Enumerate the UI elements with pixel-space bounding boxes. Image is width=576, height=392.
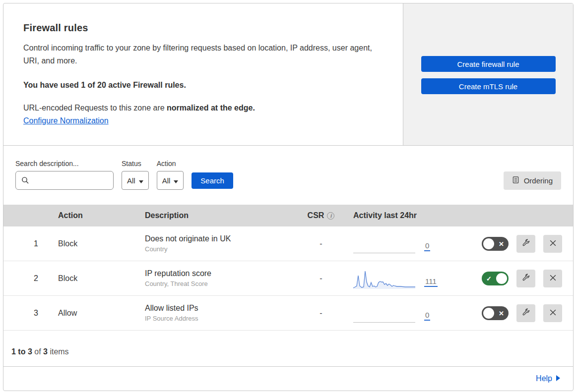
rule-description-cell: Allow listed IPs IP Source Address bbox=[135, 304, 299, 322]
ordering-button-label: Ordering bbox=[524, 176, 553, 185]
search-icon bbox=[21, 176, 29, 186]
ordering-button[interactable]: Ordering bbox=[504, 171, 561, 190]
activity-sparkline-empty bbox=[353, 304, 415, 323]
rule-action: Block bbox=[48, 239, 135, 248]
header-section: Firewall rules Control incoming traffic … bbox=[3, 3, 573, 146]
toggle-knob bbox=[496, 273, 507, 284]
action-filter-group: Action All bbox=[157, 160, 184, 190]
edit-rule-button[interactable] bbox=[516, 235, 535, 253]
close-icon bbox=[549, 274, 557, 283]
delete-rule-button[interactable] bbox=[543, 235, 562, 253]
configure-normalization-link[interactable]: Configure Normalization bbox=[23, 116, 109, 125]
ordered-list-icon bbox=[512, 176, 519, 185]
rule-activity-cell: 0 bbox=[343, 304, 460, 323]
rule-description-cell: Does not originate in UK Country bbox=[135, 234, 299, 253]
edit-rule-button[interactable] bbox=[516, 304, 535, 322]
toggle-knob bbox=[483, 238, 494, 249]
delete-rule-button[interactable] bbox=[543, 270, 562, 287]
search-group: Search description... bbox=[15, 160, 114, 190]
search-input[interactable] bbox=[15, 171, 114, 190]
edit-rule-button[interactable] bbox=[516, 270, 535, 287]
wrench-icon bbox=[522, 239, 530, 249]
column-activity: Activity last 24hr bbox=[343, 211, 460, 220]
rule-activity-cell: 0 bbox=[343, 234, 460, 253]
create-firewall-rule-button[interactable]: Create firewall rule bbox=[421, 56, 556, 72]
column-description: Description bbox=[135, 211, 299, 220]
rule-priority: 1 bbox=[3, 239, 48, 248]
filter-bar: Search description... Status All Action … bbox=[3, 146, 573, 205]
normalization-prefix: URL-encoded Requests to this zone are bbox=[23, 104, 167, 112]
rule-description: Allow listed IPs bbox=[145, 304, 299, 313]
normalization-bold: normalized at the edge. bbox=[167, 104, 255, 112]
chevron-down-icon bbox=[174, 176, 178, 185]
rule-description: Does not originate in UK bbox=[145, 234, 299, 243]
help-link[interactable]: Help bbox=[536, 374, 560, 383]
activity-count-link[interactable]: 111 bbox=[424, 277, 438, 287]
help-bar: Help bbox=[3, 367, 573, 391]
table-header-row: Action Description CSR i Activity last 2… bbox=[3, 205, 573, 226]
items-range: 1 to 3 bbox=[11, 347, 32, 356]
activity-count-link[interactable]: 0 bbox=[424, 311, 430, 321]
status-select[interactable]: All bbox=[122, 171, 149, 190]
rule-controls: ✓ ✕ bbox=[460, 304, 573, 322]
column-csr: CSR i bbox=[299, 211, 343, 220]
activity-sparkline-empty bbox=[353, 234, 415, 253]
action-select[interactable]: All bbox=[157, 171, 184, 190]
rule-action: Block bbox=[48, 274, 135, 283]
rule-enabled-toggle[interactable]: ✓ ✕ bbox=[482, 237, 509, 251]
rule-activity-cell: 111 bbox=[343, 268, 460, 289]
toggle-knob bbox=[483, 308, 494, 319]
rule-enabled-toggle[interactable]: ✓ ✕ bbox=[482, 306, 509, 320]
action-label: Action bbox=[157, 160, 184, 168]
items-of: of bbox=[32, 347, 43, 356]
wrench-icon bbox=[522, 308, 530, 318]
header-text-panel: Firewall rules Control incoming traffic … bbox=[3, 3, 403, 145]
items-word: items bbox=[48, 347, 69, 356]
arrow-right-icon bbox=[556, 374, 560, 383]
page-title: Firewall rules bbox=[23, 22, 383, 34]
rule-csr-value: - bbox=[299, 239, 343, 248]
rule-enabled-toggle[interactable]: ✓ ✕ bbox=[482, 272, 509, 285]
page-description: Control incoming traffic to your zone by… bbox=[23, 42, 381, 68]
rule-priority: 2 bbox=[3, 274, 48, 283]
rule-csr-value: - bbox=[299, 309, 343, 318]
action-selected-value: All bbox=[162, 176, 171, 185]
table-row: 2 Block IP reputation score Country, Thr… bbox=[3, 261, 573, 296]
items-total: 3 bbox=[43, 347, 48, 356]
close-icon bbox=[549, 309, 557, 318]
rule-controls: ✓ ✕ bbox=[460, 235, 573, 253]
x-icon: ✕ bbox=[499, 309, 504, 317]
info-icon[interactable]: i bbox=[327, 212, 334, 220]
wrench-icon bbox=[522, 274, 530, 283]
search-button[interactable]: Search bbox=[192, 172, 233, 189]
table-row: 1 Block Does not originate in UK Country… bbox=[3, 226, 573, 261]
column-action: Action bbox=[48, 211, 135, 220]
chevron-down-icon bbox=[139, 176, 143, 185]
rule-csr-value: - bbox=[299, 274, 343, 283]
column-csr-label: CSR bbox=[308, 211, 324, 220]
help-link-label: Help bbox=[536, 374, 552, 383]
status-selected-value: All bbox=[127, 176, 135, 185]
firewall-rules-card: Firewall rules Control incoming traffic … bbox=[3, 3, 574, 391]
check-icon: ✓ bbox=[486, 275, 492, 282]
delete-rule-button[interactable] bbox=[543, 304, 562, 322]
pagination-summary: 1 to 3 of 3 items bbox=[3, 331, 573, 367]
rule-action: Allow bbox=[48, 309, 135, 318]
usage-summary: You have used 1 of 20 active Firewall ru… bbox=[23, 81, 383, 90]
rule-criteria: Country, Threat Score bbox=[145, 280, 299, 287]
close-icon bbox=[549, 239, 557, 248]
rule-controls: ✓ ✕ bbox=[460, 270, 573, 287]
activity-sparkline bbox=[353, 268, 415, 289]
rule-description: IP reputation score bbox=[145, 269, 299, 278]
x-icon: ✕ bbox=[499, 240, 504, 247]
status-label: Status bbox=[122, 160, 149, 168]
create-mtls-rule-button[interactable]: Create mTLS rule bbox=[421, 78, 556, 94]
table-row: 3 Allow Allow listed IPs IP Source Addre… bbox=[3, 296, 573, 331]
rule-priority: 3 bbox=[3, 309, 48, 318]
status-filter-group: Status All bbox=[122, 160, 149, 190]
normalization-note: URL-encoded Requests to this zone are no… bbox=[23, 104, 383, 112]
activity-count-link[interactable]: 0 bbox=[424, 241, 430, 251]
rule-criteria: Country bbox=[145, 245, 299, 253]
rule-criteria: IP Source Address bbox=[145, 315, 299, 322]
actions-panel: Create firewall rule Create mTLS rule bbox=[403, 3, 573, 145]
